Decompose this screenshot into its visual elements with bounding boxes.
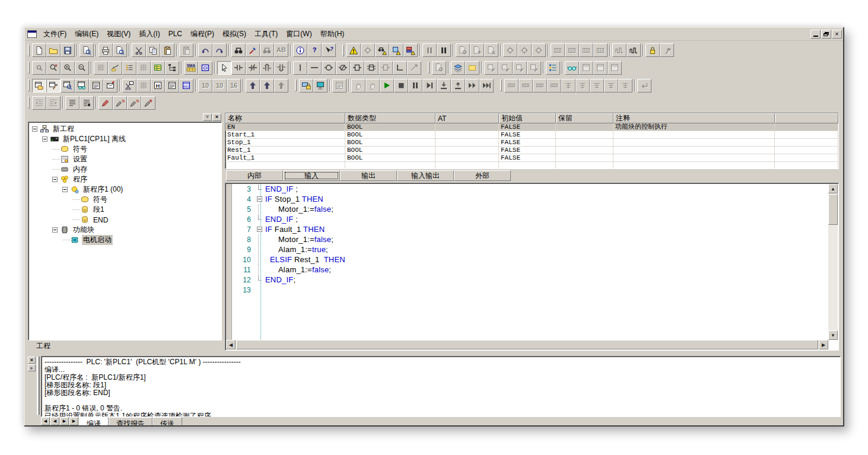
change-all-button[interactable]: AB [274,43,288,57]
show-sma-button[interactable]: SMA [184,61,198,75]
fold-column[interactable] [257,184,265,194]
tree-item[interactable]: 新工程 [28,124,221,134]
menu-插入[interactable]: 插入(I) [135,28,164,40]
output-tab-传送[interactable]: 传送 [152,417,182,425]
vertical-line-button[interactable] [293,61,307,75]
table-row[interactable] [225,162,838,169]
line-list-button[interactable] [65,96,80,110]
contact-down-button[interactable] [274,61,288,75]
close-button[interactable]: × [832,30,842,39]
context-help-button[interactable]: ? [322,43,336,57]
run-button[interactable] [380,79,394,93]
menu-窗口[interactable]: 窗口(W) [282,28,316,40]
decimal-10b-button[interactable]: 10 [212,79,227,93]
tree-item[interactable]: 新PLC1[CP1L] 离线 [28,134,221,144]
fold-column[interactable] [257,244,265,254]
rung-list-button[interactable] [122,61,136,75]
edit-comment-button[interactable] [484,61,498,75]
tree-expand-box[interactable] [42,136,47,142]
copy-error-button[interactable] [389,43,403,57]
print-button[interactable] [98,43,113,57]
mem-1-button[interactable] [504,79,519,93]
code-line[interactable]: 13 [232,285,828,295]
code-line[interactable]: 11Alam_1:=false; [232,265,828,275]
scroll-left-button[interactable]: ◀ [226,340,236,349]
rung-wrap-button[interactable] [136,61,151,75]
fold-collapse-icon[interactable] [257,227,262,232]
column-header[interactable]: 注释 [613,113,775,123]
toolbar-grip[interactable] [295,79,297,91]
contact-nc-button[interactable] [246,61,260,75]
decimal-10a-button[interactable]: 10 [198,79,212,93]
tree-item-label[interactable]: 符号 [92,195,109,205]
sim-dialog-button[interactable] [332,79,346,93]
code-line[interactable]: 7IF Fault_1 THEN [232,224,828,234]
contact-up-button[interactable] [260,61,274,75]
edit-pen-button[interactable] [98,96,113,110]
output-scroll-last-button[interactable]: ▶ [69,417,78,425]
step-run-button[interactable] [422,79,437,93]
scroll-right-button[interactable]: ▶ [819,340,828,349]
menu-文件[interactable]: 文件(F) [39,28,71,40]
output-tab-编译[interactable]: 编译 [79,417,109,425]
mem-2-button[interactable] [519,79,533,93]
tree-item[interactable]: 符号 [28,144,221,154]
grid-button[interactable] [94,61,108,75]
simulate-scan-button[interactable] [361,43,375,57]
hex-16-button[interactable]: 16 [227,79,241,93]
fold-column[interactable] [257,224,265,234]
code-line[interactable]: 6END_IF ; [232,214,828,224]
rack-2-button[interactable] [565,43,579,57]
table-row[interactable]: ENBOOLFALSE功能块的控制执行 [225,123,838,131]
dialog-1-button[interactable] [579,61,593,75]
cross-ref-window-button[interactable] [75,79,89,93]
code-line[interactable]: 10ELSIF Rest_1 THEN [232,254,828,265]
paste-special-button[interactable] [179,43,193,57]
restore-button[interactable] [821,30,831,39]
coil-button[interactable] [322,61,336,75]
layers-button[interactable] [451,61,465,75]
cross-reference-button[interactable] [122,79,136,93]
toolbar-grip[interactable] [428,62,430,74]
st-editor[interactable]: 3END_IF ;4IF Stop_1 THEN5Motor_1:=false;… [225,183,839,351]
fold-column[interactable] [257,285,265,295]
clear-trace-button[interactable] [484,43,498,57]
workspace-window-button[interactable] [32,79,46,93]
column-header[interactable]: 名称 [225,113,345,123]
tree-item[interactable]: 设置 [28,154,221,164]
tree-item-label[interactable]: 程序 [72,174,88,184]
tree-dropdown-button[interactable]: ▼ [203,113,212,121]
table-2-button[interactable] [576,79,590,93]
tree-item[interactable]: 段1 [28,205,221,215]
tree-item[interactable]: 程序 [28,174,221,184]
tree-item[interactable]: 内存 [28,164,221,174]
toolbar-grip[interactable] [500,79,502,91]
paste-button[interactable] [160,43,174,57]
horizontal-scrollbar[interactable]: ◀ ▶ [226,340,828,349]
tab-输出[interactable]: 输出 [340,170,397,181]
pen-percent-2-button[interactable]: % [127,96,141,110]
mem-4-button[interactable] [547,79,561,93]
table-row[interactable]: Rest_1BOOLFALSE [225,147,838,154]
page-setup-button[interactable] [80,43,94,57]
tree-item-label[interactable]: 符号 [72,144,88,154]
run-to-break-button[interactable] [479,79,494,93]
address-list-button[interactable] [546,61,560,75]
step-in-button[interactable] [437,79,451,93]
tab-project[interactable]: 工程 [28,341,59,351]
data-trace-button[interactable] [456,43,470,57]
work-online-sim-button[interactable] [299,79,313,93]
symbol-table-button[interactable] [151,61,165,75]
find-error-button[interactable] [375,43,389,57]
stop-button[interactable] [394,79,408,93]
copy-button[interactable] [146,43,160,57]
fold-column[interactable] [257,194,265,204]
upload-trace-button[interactable] [470,43,484,57]
contact-no-button[interactable] [231,61,246,75]
tree-item-label[interactable]: 新工程 [52,124,75,134]
rack-1-button[interactable] [551,43,565,57]
transfer-error-button[interactable] [403,43,418,57]
tree-item[interactable]: 电机启动 [28,235,221,245]
output-tab-查找报告[interactable]: 查找报告 [109,417,152,425]
zoom-cut-button[interactable] [46,61,61,75]
